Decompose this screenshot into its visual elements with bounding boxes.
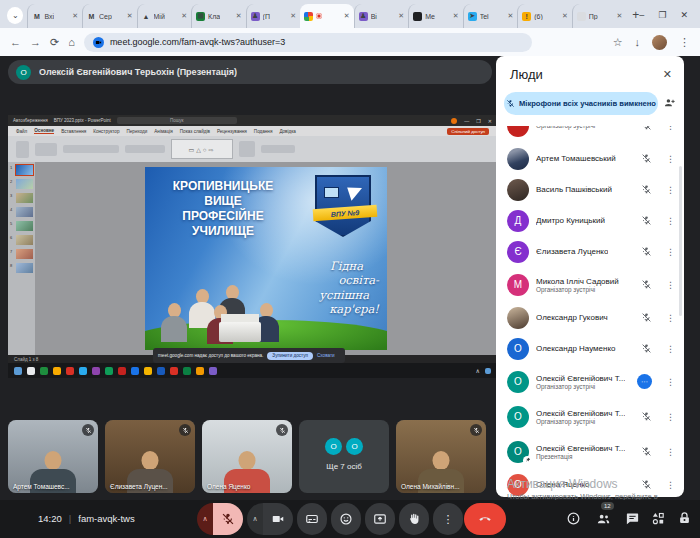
activities-button[interactable]	[651, 511, 666, 530]
panel-scrollbar[interactable]	[679, 166, 682, 316]
browser-tab[interactable]: ▲Мій✕	[137, 4, 192, 28]
browser-tab-active-meet[interactable]: ✕	[300, 4, 354, 28]
participant-subtitle: Організатор зустрічі	[536, 126, 595, 129]
host-controls-button[interactable]	[677, 511, 692, 530]
tab-close-icon[interactable]: ✕	[507, 12, 513, 20]
participant-row[interactable]: Організатор зустрічі ⋮	[496, 126, 684, 143]
browser-tab[interactable]: ♟(П✕	[246, 4, 301, 28]
show-people-button[interactable]	[596, 511, 611, 530]
students-photo-group	[161, 262, 311, 344]
add-people-icon[interactable]	[663, 95, 676, 113]
participant-row[interactable]: М Микола Ілліч СадовийОрганізатор зустрі…	[496, 267, 684, 302]
present-screen-button[interactable]	[365, 503, 395, 535]
participant-video-tile[interactable]: Олена Михайлівн...	[396, 420, 486, 493]
browser-tab[interactable]: !(6)✕	[517, 4, 572, 28]
taskbar-app-icon	[118, 367, 126, 375]
more-options-icon[interactable]: ⋮	[666, 313, 675, 323]
tab-search-chevron-icon[interactable]: ⌄	[7, 7, 23, 24]
captions-button[interactable]	[297, 503, 327, 535]
participant-row[interactable]: О Олексій Євгенійович Т...Презентація ⋮	[496, 434, 684, 469]
slides-group	[35, 143, 57, 156]
participant-name: Василь Пашківський	[536, 185, 612, 194]
tab-close-icon[interactable]: ✕	[344, 12, 350, 20]
back-icon[interactable]: ←	[10, 36, 21, 48]
tab-close-icon[interactable]: ✕	[616, 12, 622, 20]
window-close-button[interactable]: ✕	[680, 10, 688, 20]
browser-tab[interactable]: ➤Tel✕	[463, 4, 518, 28]
more-options-icon[interactable]: ⋮	[666, 480, 675, 490]
more-options-icon[interactable]: ⋮	[666, 280, 675, 290]
taskbar-app-icon	[40, 367, 48, 375]
more-options-icon[interactable]: ⋮	[666, 377, 675, 387]
download-icon[interactable]: ↓	[635, 36, 641, 48]
ppt-tab-home: Основне	[34, 128, 54, 134]
taskbar-app-icon	[66, 367, 74, 375]
participant-row[interactable]: Є Єлизавета Луценко ⋮	[496, 236, 684, 267]
more-options-icon[interactable]: ⋮	[666, 216, 675, 226]
browser-tab[interactable]: Ме✕	[408, 4, 463, 28]
avatar: О	[507, 371, 529, 393]
close-panel-icon[interactable]: ✕	[663, 68, 672, 81]
ppt-tab-review: Рецензування	[217, 129, 247, 134]
tab-close-icon[interactable]: ✕	[398, 12, 404, 20]
reload-icon[interactable]: ⟳	[50, 36, 59, 49]
avatar: О	[507, 406, 529, 428]
raise-hand-button[interactable]	[399, 503, 429, 535]
tab-close-icon[interactable]: ✕	[453, 12, 459, 20]
participant-subtitle: Організатор зустрічі	[536, 286, 619, 293]
participant-row[interactable]: О Олексій Євгенійович Т...Організатор зу…	[496, 364, 684, 399]
mic-off-icon	[641, 411, 652, 422]
browser-tab[interactable]: ▦Кла✕	[191, 4, 246, 28]
participant-row[interactable]: Д Дмитро Куницький ⋮	[496, 205, 684, 236]
mic-toggle-button[interactable]: ∧	[197, 503, 243, 535]
mic-off-icon	[470, 424, 482, 436]
participant-row[interactable]: Василь Пашківський ⋮	[496, 174, 684, 205]
participant-video-tile[interactable]: Єлизавета Луцен...	[105, 420, 195, 493]
participant-video-tile[interactable]: Артем Томашевс...	[8, 420, 98, 493]
window-restore-button[interactable]: ❐	[658, 10, 666, 20]
paragraph-group	[125, 145, 165, 153]
tab-close-icon[interactable]: ✕	[236, 12, 242, 20]
browser-tab[interactable]: MВхі✕	[27, 4, 82, 28]
avatar	[507, 179, 529, 201]
new-tab-button[interactable]: +	[632, 8, 639, 22]
more-options-icon[interactable]: ⋮	[666, 126, 675, 131]
browser-tab[interactable]: Пр✕	[572, 4, 627, 28]
bookmark-star-icon[interactable]: ☆	[613, 36, 623, 49]
mute-all-button[interactable]: Мікрофони всіх учасників вимкнено	[504, 92, 658, 115]
tab-close-icon[interactable]: ✕	[290, 12, 296, 20]
address-bar[interactable]: meet.google.com/fam-avqk-tws?authuser=3	[84, 33, 532, 52]
participant-row[interactable]: О Олександр Науменко ⋮	[496, 333, 684, 364]
browser-profile-avatar[interactable]	[652, 35, 667, 50]
more-options-icon[interactable]: ⋮	[666, 154, 675, 164]
participant-video-tile[interactable]: Олена Яценко	[202, 420, 292, 493]
forward-icon[interactable]: →	[30, 36, 41, 48]
more-participants-tile[interactable]: О О Ще 7 осіб	[299, 420, 389, 493]
office-account-avatar	[451, 118, 457, 124]
browser-menu-icon[interactable]: ⋮	[679, 36, 690, 49]
window-minimize-button[interactable]: –	[639, 10, 644, 20]
leave-call-button[interactable]	[464, 503, 506, 535]
participant-row[interactable]: Олександр Гукович ⋮	[496, 302, 684, 333]
powerpoint-search-box: Пошук	[117, 117, 237, 124]
tab-close-icon[interactable]: ✕	[562, 12, 568, 20]
more-options-icon[interactable]: ⋮	[666, 185, 675, 195]
participant-row[interactable]: О Олексій Євгенійович Т...Організатор зу…	[496, 399, 684, 434]
reactions-button[interactable]	[331, 503, 361, 535]
participant-row[interactable]: Артем Томашевський ⋮	[496, 143, 684, 174]
tab-close-icon[interactable]: ✕	[181, 12, 187, 20]
more-options-button[interactable]: ⋮	[433, 503, 463, 535]
more-options-icon[interactable]: ⋮	[666, 412, 675, 422]
more-options-icon[interactable]: ⋮	[666, 247, 675, 257]
more-options-icon[interactable]: ⋮	[666, 447, 675, 457]
tab-close-icon[interactable]: ✕	[127, 12, 133, 20]
camera-toggle-button[interactable]: ∧	[247, 503, 293, 535]
chat-button[interactable]	[625, 511, 640, 530]
browser-tab[interactable]: MСер✕	[82, 4, 137, 28]
home-icon[interactable]: ⌂	[68, 36, 75, 48]
mic-off-icon	[641, 343, 652, 354]
browser-tab[interactable]: ♟Ві✕	[354, 4, 409, 28]
tab-close-icon[interactable]: ✕	[72, 12, 78, 20]
more-options-icon[interactable]: ⋮	[666, 344, 675, 354]
meeting-details-button[interactable]	[566, 511, 581, 530]
